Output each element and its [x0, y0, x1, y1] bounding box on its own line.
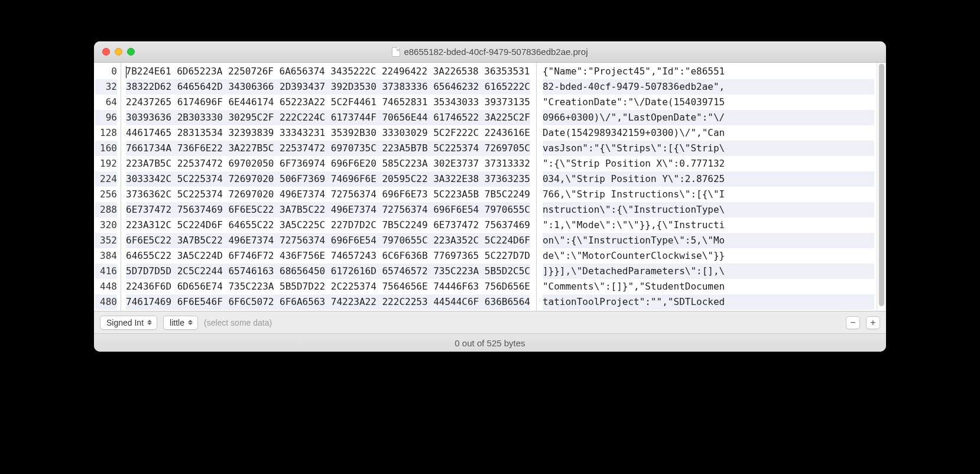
ascii-row[interactable]: Date(1542989342159+0300)\/","Can	[543, 125, 874, 141]
offset-cell: 416	[95, 264, 117, 279]
ascii-row[interactable]: 766,\"Strip Instructions\":[{\"I	[543, 187, 874, 202]
hex-editor-window: e8655182-bded-40cf-9479-507836edb2ae.pro…	[94, 41, 886, 352]
hex-row[interactable]: 3033342C 5C225374 72697020 506F7369 7469…	[126, 171, 530, 187]
offset-gutter: 0326496128160192224256288320352384416448…	[94, 63, 121, 311]
hex-row[interactable]: 44617465 28313534 32393839 33343231 3539…	[126, 125, 530, 141]
status-bar: 0 out of 525 bytes	[94, 334, 886, 352]
offset-cell: 96	[95, 110, 117, 125]
offset-cell: 352	[95, 233, 117, 248]
offset-cell: 224	[95, 171, 117, 187]
hex-row[interactable]: 38322D62 6465642D 34306366 2D393437 392D…	[126, 79, 530, 95]
window-title: e8655182-bded-40cf-9479-507836edb2ae.pro…	[94, 47, 886, 57]
endian-select[interactable]: little	[163, 316, 198, 330]
hex-row[interactable]: 6E737472 75637469 6F6E5C22 3A7B5C22 496E…	[126, 202, 530, 217]
ascii-row[interactable]: vasJson":"{\"Strips\":[{\"Strip\	[543, 141, 874, 156]
traffic-lights	[94, 48, 135, 56]
close-button[interactable]	[102, 48, 110, 56]
format-select[interactable]: Signed Int	[100, 316, 157, 330]
offset-cell: 192	[95, 156, 117, 171]
ascii-row[interactable]: 034,\"Strip Position Y\":2.87625	[543, 171, 874, 187]
hex-row[interactable]: 74617469 6F6E546F 6F6C5072 6F6A6563 7422…	[126, 294, 530, 310]
offset-cell: 448	[95, 279, 117, 294]
ascii-row[interactable]: "Comments\":[]}","StudentDocumen	[543, 279, 874, 294]
ascii-row[interactable]: 82-bded-40cf-9479-507836edb2ae",	[543, 79, 874, 95]
offset-cell: 32	[95, 79, 117, 95]
inspector-placeholder: (select some data)	[204, 318, 272, 327]
ascii-row[interactable]: nstruction\":{\"InstructionType\	[543, 202, 874, 217]
stepper-icon	[188, 317, 195, 328]
offset-cell: 64	[95, 95, 117, 110]
inspector-toolbar: Signed Int little (select some data) − +	[94, 311, 886, 334]
format-select-value: Signed Int	[106, 318, 144, 327]
ascii-row[interactable]: de\":\"MotorCounterClockwise\"}}	[543, 248, 874, 264]
offset-cell: 0	[95, 64, 117, 79]
status-text: 0 out of 525 bytes	[455, 338, 525, 348]
ascii-pane[interactable]: {"Name":"Project45","Id":"e8655182-bded-…	[537, 63, 877, 311]
offset-cell: 288	[95, 202, 117, 217]
ascii-row[interactable]: on\":{\"InstructionType\":5,\"Mo	[543, 233, 874, 248]
hex-pane[interactable]: 7B224E61 6D65223A 2250726F 6A656374 3435…	[121, 63, 537, 311]
hex-row[interactable]: 7B224E61 6D65223A 2250726F 6A656374 3435…	[126, 64, 530, 79]
maximize-button[interactable]	[127, 48, 135, 56]
hex-row[interactable]: 22437265 6174696F 6E446174 65223A22 5C2F…	[126, 95, 530, 110]
plus-button[interactable]: +	[866, 316, 880, 329]
offset-cell: 320	[95, 217, 117, 233]
offset-cell: 480	[95, 294, 117, 310]
hex-row[interactable]: 7661734A 736F6E22 3A227B5C 22537472 6970…	[126, 141, 530, 156]
scrollbar[interactable]	[877, 63, 886, 311]
ascii-row[interactable]: ]}}],\"DetachedParameters\":[],\	[543, 264, 874, 279]
offset-cell: 160	[95, 141, 117, 156]
hex-row[interactable]: 6F6E5C22 3A7B5C22 496E7374 72756374 696F…	[126, 233, 530, 248]
content-area: 0326496128160192224256288320352384416448…	[94, 63, 886, 311]
titlebar[interactable]: e8655182-bded-40cf-9479-507836edb2ae.pro…	[94, 41, 886, 63]
ascii-row[interactable]: tationToolProject":"","SDTLocked	[543, 294, 874, 310]
ascii-row[interactable]: "CreationDate":"\/Date(154039715	[543, 95, 874, 110]
stepper-icon	[147, 317, 154, 328]
minus-button[interactable]: −	[846, 316, 860, 329]
minimize-button[interactable]	[115, 48, 122, 56]
hex-row[interactable]: 5D7D7D5D 2C5C2244 65746163 68656450 6172…	[126, 264, 530, 279]
hex-row[interactable]: 30393636 2B303330 30295C2F 222C224C 6173…	[126, 110, 530, 125]
offset-cell: 256	[95, 187, 117, 202]
hex-row[interactable]: 22436F6D 6D656E74 735C223A 5B5D7D22 2C22…	[126, 279, 530, 294]
ascii-row[interactable]: ":{\"Strip Position X\":0.777132	[543, 156, 874, 171]
hex-row[interactable]: 223A7B5C 22537472 69702050 6F736974 696F…	[126, 156, 530, 171]
offset-cell: 128	[95, 125, 117, 141]
scrollbar-thumb[interactable]	[879, 64, 884, 306]
hex-row[interactable]: 64655C22 3A5C224D 6F746F72 436F756E 7465…	[126, 248, 530, 264]
ascii-row[interactable]: {"Name":"Project45","Id":"e86551	[543, 64, 874, 79]
ascii-row[interactable]: 0966+0300)\/","LastOpenDate":"\/	[543, 110, 874, 125]
offset-cell: 384	[95, 248, 117, 264]
ascii-row[interactable]: ":1,\"Mode\":\"\"}},{\"Instructi	[543, 217, 874, 233]
hex-row[interactable]: 223A312C 5C224D6F 64655C22 3A5C225C 227D…	[126, 217, 530, 233]
window-title-text: e8655182-bded-40cf-9479-507836edb2ae.pro…	[404, 47, 588, 57]
endian-select-value: little	[170, 318, 184, 327]
hex-row[interactable]: 3736362C 5C225374 72697020 496E7374 7275…	[126, 187, 530, 202]
file-icon	[392, 47, 400, 57]
cursor	[126, 66, 126, 78]
